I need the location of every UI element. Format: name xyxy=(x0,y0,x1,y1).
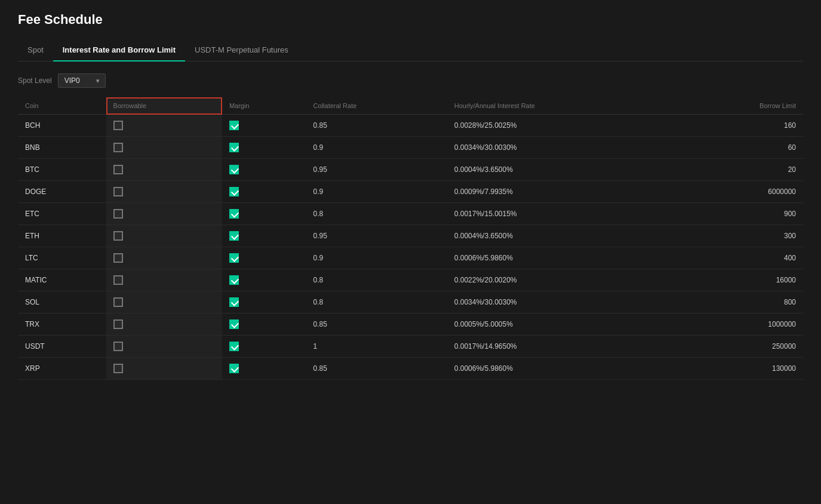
cell-collateral-rate: 0.9 xyxy=(306,181,447,203)
table-row: BCH0.850.0028%/25.0025%160 xyxy=(18,115,803,137)
cell-margin xyxy=(222,269,306,291)
cell-hourly-annual: 0.0017%/15.0015% xyxy=(447,203,679,225)
table-row: ETH0.950.0004%/3.6500%300 xyxy=(18,225,803,247)
borrowable-unchecked-icon xyxy=(113,364,123,373)
cell-collateral-rate: 0.9 xyxy=(306,137,447,159)
cell-borrow-limit: 130000 xyxy=(679,358,803,380)
cell-margin xyxy=(222,336,306,358)
col-header-borrow-limit: Borrow Limit xyxy=(679,97,803,115)
table-row: TRX0.850.0005%/5.0005%1000000 xyxy=(18,314,803,336)
borrowable-unchecked-icon xyxy=(113,342,123,351)
col-header-margin: Margin xyxy=(222,97,306,115)
cell-hourly-annual: 0.0017%/14.9650% xyxy=(447,336,679,358)
cell-borrowable xyxy=(106,358,222,380)
cell-coin: MATIC xyxy=(18,269,106,291)
data-table-container: Coin Borrowable Margin Collateral Rate H… xyxy=(18,97,803,380)
cell-collateral-rate: 0.8 xyxy=(306,291,447,314)
col-header-hourly-annual: Hourly/Annual Interest Rate xyxy=(447,97,679,115)
cell-margin xyxy=(222,137,306,159)
table-row: BTC0.950.0004%/3.6500%20 xyxy=(18,159,803,181)
cell-hourly-annual: 0.0004%/3.6500% xyxy=(447,159,679,181)
margin-checked-icon xyxy=(229,165,239,174)
cell-collateral-rate: 0.85 xyxy=(306,314,447,336)
cell-margin xyxy=(222,115,306,137)
cell-coin: SOL xyxy=(18,291,106,314)
spot-level-dropdown[interactable]: VIP0 VIP1 VIP2 VIP3 VIP4 VIP5 xyxy=(58,73,106,88)
cell-coin: USDT xyxy=(18,336,106,358)
cell-collateral-rate: 0.9 xyxy=(306,247,447,269)
cell-hourly-annual: 0.0034%/30.0030% xyxy=(447,137,679,159)
margin-checked-icon xyxy=(229,253,239,263)
cell-coin: BCH xyxy=(18,115,106,137)
interest-rate-table: Coin Borrowable Margin Collateral Rate H… xyxy=(18,97,803,380)
cell-coin: XRP xyxy=(18,358,106,380)
tab-spot[interactable]: Spot xyxy=(18,39,53,62)
borrowable-unchecked-icon xyxy=(113,253,123,263)
page-title: Fee Schedule xyxy=(18,12,803,27)
cell-borrow-limit: 60 xyxy=(679,137,803,159)
margin-checked-icon xyxy=(229,297,239,307)
table-row: BNB0.90.0034%/30.0030%60 xyxy=(18,137,803,159)
cell-borrowable xyxy=(106,159,222,181)
cell-borrowable xyxy=(106,137,222,159)
cell-borrow-limit: 800 xyxy=(679,291,803,314)
tab-usdt-futures[interactable]: USDT-M Perpetual Futures xyxy=(185,39,298,62)
margin-checked-icon xyxy=(229,231,239,241)
cell-borrow-limit: 1000000 xyxy=(679,314,803,336)
cell-collateral-rate: 0.8 xyxy=(306,269,447,291)
tab-interest-rate[interactable]: Interest Rate and Borrow Limit xyxy=(53,39,185,62)
cell-margin xyxy=(222,291,306,314)
cell-hourly-annual: 0.0004%/3.6500% xyxy=(447,225,679,247)
cell-borrow-limit: 6000000 xyxy=(679,181,803,203)
cell-hourly-annual: 0.0005%/5.0005% xyxy=(447,314,679,336)
cell-collateral-rate: 0.95 xyxy=(306,225,447,247)
table-row: LTC0.90.0006%/5.9860%400 xyxy=(18,247,803,269)
cell-borrowable xyxy=(106,336,222,358)
borrowable-unchecked-icon xyxy=(113,275,123,285)
margin-checked-icon xyxy=(229,275,239,285)
cell-borrow-limit: 900 xyxy=(679,203,803,225)
margin-checked-icon xyxy=(229,143,239,152)
cell-borrowable xyxy=(106,291,222,314)
cell-borrow-limit: 16000 xyxy=(679,269,803,291)
cell-margin xyxy=(222,225,306,247)
cell-borrowable xyxy=(106,181,222,203)
cell-coin: BTC xyxy=(18,159,106,181)
margin-checked-icon xyxy=(229,342,239,351)
table-row: SOL0.80.0034%/30.0030%800 xyxy=(18,291,803,314)
cell-borrowable xyxy=(106,203,222,225)
margin-checked-icon xyxy=(229,209,239,219)
cell-coin: ETH xyxy=(18,225,106,247)
cell-hourly-annual: 0.0034%/30.0030% xyxy=(447,291,679,314)
table-row: XRP0.850.0006%/5.9860%130000 xyxy=(18,358,803,380)
cell-margin xyxy=(222,159,306,181)
table-row: ETC0.80.0017%/15.0015%900 xyxy=(18,203,803,225)
borrowable-unchecked-icon xyxy=(113,209,123,219)
cell-coin: DOGE xyxy=(18,181,106,203)
cell-borrowable xyxy=(106,247,222,269)
margin-checked-icon xyxy=(229,187,239,196)
cell-coin: BNB xyxy=(18,137,106,159)
cell-borrowable xyxy=(106,314,222,336)
borrowable-unchecked-icon xyxy=(113,121,123,130)
cell-collateral-rate: 0.95 xyxy=(306,159,447,181)
table-row: MATIC0.80.0022%/20.0020%16000 xyxy=(18,269,803,291)
borrowable-unchecked-icon xyxy=(113,231,123,241)
cell-borrow-limit: 250000 xyxy=(679,336,803,358)
table-header: Coin Borrowable Margin Collateral Rate H… xyxy=(18,97,803,115)
cell-coin: TRX xyxy=(18,314,106,336)
cell-borrowable xyxy=(106,269,222,291)
cell-hourly-annual: 0.0006%/5.9860% xyxy=(447,247,679,269)
cell-collateral-rate: 0.8 xyxy=(306,203,447,225)
cell-coin: ETC xyxy=(18,203,106,225)
tab-bar: Spot Interest Rate and Borrow Limit USDT… xyxy=(18,39,803,62)
spot-level-label: Spot Level xyxy=(18,76,52,85)
cell-collateral-rate: 1 xyxy=(306,336,447,358)
table-row: USDT10.0017%/14.9650%250000 xyxy=(18,336,803,358)
cell-borrow-limit: 300 xyxy=(679,225,803,247)
cell-margin xyxy=(222,314,306,336)
cell-margin xyxy=(222,247,306,269)
borrowable-unchecked-icon xyxy=(113,297,123,307)
cell-borrow-limit: 20 xyxy=(679,159,803,181)
cell-borrow-limit: 160 xyxy=(679,115,803,137)
